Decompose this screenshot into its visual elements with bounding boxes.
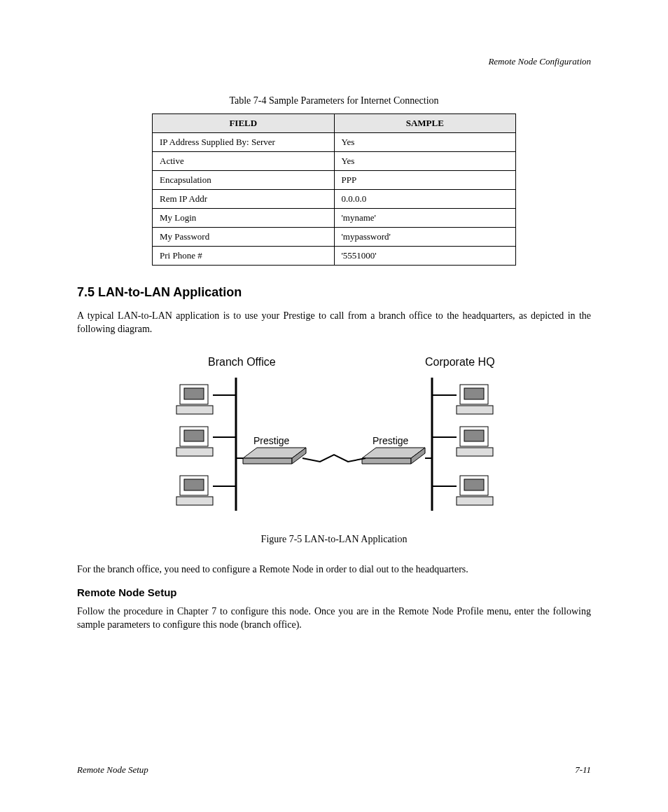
page-header-title: Remote Node Configuration [77,56,591,67]
cell: Yes [334,152,516,171]
footer-page-number: 7-11 [575,764,591,776]
computer-icon [176,385,236,414]
cell: My Login [153,209,335,228]
svg-rect-19 [464,430,484,441]
computer-icon [432,476,493,505]
svg-rect-16 [457,406,493,414]
svg-rect-12 [176,497,213,505]
paragraph: A typical LAN-to-LAN application is to u… [77,310,591,336]
branch-office-label: Branch Office [208,356,276,368]
prestige-device-right: Prestige [362,435,432,464]
svg-rect-24 [457,497,493,505]
cell: 0.0.0.0 [334,190,516,209]
cell: Pri Phone # [153,247,335,266]
cell: Encapsulation [153,171,335,190]
svg-rect-15 [464,388,484,399]
cell: IP Address Supplied By: Server [153,133,335,152]
table-header-sample: SAMPLE [334,114,516,133]
cell: Rem IP Addr [153,190,335,209]
table-row: ActiveYes [153,152,516,171]
cell: '5551000' [334,247,516,266]
cell: Active [153,152,335,171]
svg-rect-7 [184,430,204,441]
computer-icon [176,427,236,456]
table-caption: Table 7-4 Sample Parameters for Internet… [77,95,591,106]
table-row: My Password'mypassword' [153,228,516,247]
svg-marker-31 [362,458,411,464]
svg-rect-20 [457,448,493,456]
prestige-label-left: Prestige [253,435,290,446]
svg-rect-11 [184,479,204,490]
table-row: My Login'myname' [153,209,516,228]
table-header-field: FIELD [153,114,335,133]
cell: 'mypassword' [334,228,516,247]
svg-rect-4 [176,406,213,414]
table-row: IP Address Supplied By: ServerYes [153,133,516,152]
footer-left: Remote Node Setup [77,764,148,776]
cell: Yes [334,133,516,152]
table-row: Rem IP Addr0.0.0.0 [153,190,516,209]
page-footer: Remote Node Setup 7-11 [77,764,591,776]
prestige-device-left: Prestige [236,435,306,464]
computer-icon [432,427,493,456]
cell: PPP [334,171,516,190]
figure-caption: Figure 7-5 LAN-to-LAN Application [77,534,591,545]
paragraph: For the branch office, you need to confi… [77,563,591,577]
lan-to-lan-diagram: Branch Office Corporate HQ [166,353,502,521]
paragraph: Follow the procedure in Chapter 7 to con… [77,605,591,632]
subsection-heading: Remote Node Setup [77,586,591,598]
table-row: EncapsulationPPP [153,171,516,190]
sample-parameters-table: FIELD SAMPLE IP Address Supplied By: Ser… [152,113,516,266]
section-heading: 7.5 LAN-to-LAN Application [77,285,591,300]
computer-icon [176,476,236,505]
svg-rect-8 [176,448,213,456]
cell: My Password [153,228,335,247]
svg-rect-23 [464,479,484,490]
cell: 'myname' [334,209,516,228]
svg-marker-27 [243,458,292,464]
prestige-label-right: Prestige [373,435,409,446]
computer-icon [432,385,493,414]
figure-lan-to-lan: Branch Office Corporate HQ [77,353,591,524]
corporate-hq-label: Corporate HQ [425,356,495,368]
table-row: Pri Phone #'5551000' [153,247,516,266]
svg-rect-3 [184,388,204,399]
